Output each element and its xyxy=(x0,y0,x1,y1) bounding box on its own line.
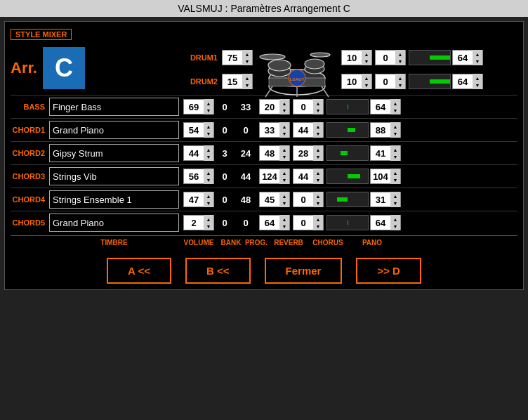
pano-spinbox-4[interactable]: 31 ▲ ▼ xyxy=(370,192,401,207)
vol-down-1[interactable]: ▼ xyxy=(204,131,213,136)
cho-up-5[interactable]: ▲ xyxy=(314,216,322,222)
rev-down-4[interactable]: ▼ xyxy=(280,200,289,206)
pano-spinbox-3[interactable]: 104 ▲ ▼ xyxy=(370,169,401,184)
pano-down-3[interactable]: ▼ xyxy=(391,177,400,183)
rev-up-2[interactable]: ▲ xyxy=(280,147,289,152)
pano-up-2[interactable]: ▲ xyxy=(391,147,400,152)
drum2-chorus-up[interactable]: ▲ xyxy=(396,75,404,81)
rev-down-5[interactable]: ▼ xyxy=(280,223,289,229)
drum2-chorus-spinbox[interactable]: 0 ▲ ▼ xyxy=(375,74,406,89)
pano-spinbox-2[interactable]: 41 ▲ ▼ xyxy=(370,145,401,161)
drum2-volume-arrows[interactable]: ▲ ▼ xyxy=(242,74,252,89)
pano-up-0[interactable]: ▲ xyxy=(391,100,400,106)
drum1-volume-up[interactable]: ▲ xyxy=(243,51,251,57)
drum1-pano-spinbox[interactable]: 64 ▲ ▼ xyxy=(452,50,483,65)
cho-arrows-0[interactable]: ▲ ▼ xyxy=(313,99,323,114)
drum2-pano-spinbox[interactable]: 64 ▲ ▼ xyxy=(452,74,483,89)
pano-arrows-0[interactable]: ▲ ▼ xyxy=(390,99,400,114)
btn-fermer[interactable]: Fermer xyxy=(265,258,343,284)
cho-up-2[interactable]: ▲ xyxy=(314,147,322,152)
rev-down-2[interactable]: ▼ xyxy=(280,154,289,159)
cho-down-3[interactable]: ▼ xyxy=(314,177,322,183)
rev-spinbox-2[interactable]: 48 ▲ ▼ xyxy=(259,145,290,161)
rev-up-0[interactable]: ▲ xyxy=(280,100,289,106)
drum2-reverb-down[interactable]: ▼ xyxy=(362,82,371,88)
vol-arrows-3[interactable]: ▲ ▼ xyxy=(204,169,213,184)
vol-down-2[interactable]: ▼ xyxy=(204,154,213,159)
cho-spinbox-5[interactable]: 0 ▲ ▼ xyxy=(293,215,324,230)
cho-spinbox-1[interactable]: 44 ▲ ▼ xyxy=(293,122,324,138)
drum2-reverb-arrows[interactable]: ▲ ▼ xyxy=(362,74,371,89)
cho-down-5[interactable]: ▼ xyxy=(314,223,322,229)
pano-spinbox-0[interactable]: 64 ▲ ▼ xyxy=(370,99,401,114)
drum2-reverb-spinbox[interactable]: 10 ▲ ▼ xyxy=(341,74,372,89)
drum2-chorus-arrows[interactable]: ▲ ▼ xyxy=(395,74,405,89)
drum1-volume-down[interactable]: ▼ xyxy=(243,58,251,64)
cho-down-2[interactable]: ▼ xyxy=(314,154,322,159)
cho-up-3[interactable]: ▲ xyxy=(314,170,322,176)
pano-up-3[interactable]: ▲ xyxy=(391,170,400,176)
drum2-pano-down[interactable]: ▼ xyxy=(473,82,482,88)
vol-up-0[interactable]: ▲ xyxy=(204,100,213,106)
cho-spinbox-2[interactable]: 28 ▲ ▼ xyxy=(293,145,324,161)
cho-down-4[interactable]: ▼ xyxy=(314,200,322,206)
rev-up-3[interactable]: ▲ xyxy=(280,170,289,176)
cho-arrows-5[interactable]: ▲ ▼ xyxy=(313,215,323,230)
vol-up-2[interactable]: ▲ xyxy=(204,147,213,152)
drum2-volume-up[interactable]: ▲ xyxy=(243,75,251,81)
vol-arrows-1[interactable]: ▲ ▼ xyxy=(204,122,213,138)
drum1-chorus-arrows[interactable]: ▲ ▼ xyxy=(395,50,405,65)
btn-a[interactable]: A << xyxy=(107,258,171,284)
rev-arrows-2[interactable]: ▲ ▼ xyxy=(279,145,289,161)
drum2-volume-down[interactable]: ▼ xyxy=(243,82,251,88)
rev-up-4[interactable]: ▲ xyxy=(280,193,289,199)
drum1-chorus-spinbox[interactable]: 0 ▲ ▼ xyxy=(375,50,406,65)
vol-up-1[interactable]: ▲ xyxy=(204,124,213,129)
vol-down-4[interactable]: ▼ xyxy=(204,200,213,206)
drum2-pano-up[interactable]: ▲ xyxy=(473,75,482,81)
rev-arrows-4[interactable]: ▲ ▼ xyxy=(279,192,289,207)
cho-up-0[interactable]: ▲ xyxy=(314,100,322,106)
vol-down-3[interactable]: ▼ xyxy=(204,177,213,183)
cho-up-1[interactable]: ▲ xyxy=(314,124,322,129)
rev-spinbox-0[interactable]: 20 ▲ ▼ xyxy=(259,99,290,114)
vol-up-4[interactable]: ▲ xyxy=(204,193,213,199)
rev-down-1[interactable]: ▼ xyxy=(280,131,289,136)
vol-spinbox-5[interactable]: 2 ▲ ▼ xyxy=(183,215,214,230)
pano-down-0[interactable]: ▼ xyxy=(391,107,400,113)
pano-up-4[interactable]: ▲ xyxy=(391,193,400,199)
pano-arrows-5[interactable]: ▲ ▼ xyxy=(390,215,400,230)
rev-up-5[interactable]: ▲ xyxy=(280,216,289,222)
pano-arrows-1[interactable]: ▲ ▼ xyxy=(390,122,400,138)
vol-down-5[interactable]: ▼ xyxy=(204,223,213,229)
pano-up-1[interactable]: ▲ xyxy=(391,124,400,129)
btn-b[interactable]: B << xyxy=(185,258,251,284)
drum2-reverb-up[interactable]: ▲ xyxy=(362,75,371,81)
pano-spinbox-5[interactable]: 64 ▲ ▼ xyxy=(370,215,401,230)
vol-spinbox-4[interactable]: 47 ▲ ▼ xyxy=(183,192,214,207)
drum1-pano-arrows[interactable]: ▲ ▼ xyxy=(473,50,482,65)
rev-arrows-3[interactable]: ▲ ▼ xyxy=(279,169,289,184)
vol-up-3[interactable]: ▲ xyxy=(204,170,213,176)
drum1-chorus-up[interactable]: ▲ xyxy=(396,51,404,57)
drum1-pano-up[interactable]: ▲ xyxy=(473,51,482,57)
cho-up-4[interactable]: ▲ xyxy=(314,193,322,199)
btn-d[interactable]: >> D xyxy=(356,258,421,284)
pano-arrows-3[interactable]: ▲ ▼ xyxy=(390,169,400,184)
drum1-reverb-spinbox[interactable]: 10 ▲ ▼ xyxy=(341,50,372,65)
rev-down-0[interactable]: ▼ xyxy=(280,107,289,113)
vol-arrows-5[interactable]: ▲ ▼ xyxy=(204,215,213,230)
drum2-volume-spinbox[interactable]: 15 ▲ ▼ xyxy=(222,74,253,89)
cho-spinbox-4[interactable]: 0 ▲ ▼ xyxy=(293,192,324,207)
drum1-chorus-down[interactable]: ▼ xyxy=(396,58,404,64)
rev-arrows-1[interactable]: ▲ ▼ xyxy=(279,122,289,138)
pano-up-5[interactable]: ▲ xyxy=(391,216,400,222)
cho-spinbox-3[interactable]: 44 ▲ ▼ xyxy=(293,169,324,184)
vol-spinbox-2[interactable]: 44 ▲ ▼ xyxy=(183,145,214,161)
cho-spinbox-0[interactable]: 0 ▲ ▼ xyxy=(293,99,324,114)
vol-up-5[interactable]: ▲ xyxy=(204,216,213,222)
cho-arrows-4[interactable]: ▲ ▼ xyxy=(313,192,323,207)
drum1-pano-down[interactable]: ▼ xyxy=(473,58,482,64)
pano-down-5[interactable]: ▼ xyxy=(391,223,400,229)
rev-arrows-5[interactable]: ▲ ▼ xyxy=(279,215,289,230)
